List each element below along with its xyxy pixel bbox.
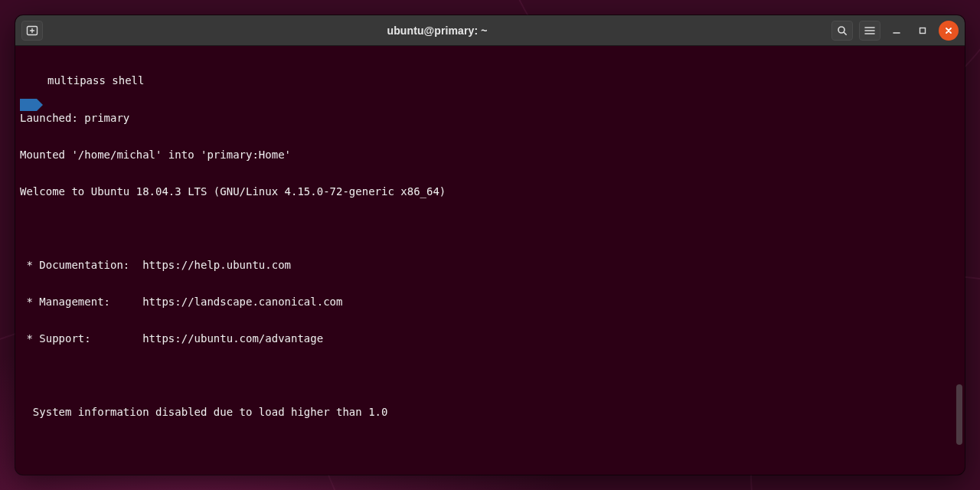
prompt-arrow-icon	[20, 74, 43, 87]
output-line: * Support: https://ubuntu.com/advantage	[20, 332, 960, 345]
shell-command: multipass shell	[47, 74, 144, 87]
output-line: * Documentation: https://help.ubuntu.com	[20, 259, 960, 271]
output-line	[20, 369, 960, 381]
terminal-window: ubuntu@primary: ~	[15, 15, 965, 475]
minimize-button[interactable]	[887, 21, 906, 41]
terminal-body[interactable]: multipass shell Launched: primary Mounte…	[15, 46, 965, 475]
scrollbar-thumb[interactable]	[956, 384, 962, 444]
new-tab-icon	[26, 25, 38, 36]
output-line: Launched: primary	[20, 112, 960, 124]
hamburger-icon	[864, 26, 875, 35]
search-button[interactable]	[831, 21, 853, 41]
search-icon	[837, 25, 848, 36]
svg-rect-2	[920, 28, 926, 33]
maximize-icon	[918, 26, 927, 35]
shell-prompt-row: multipass shell	[20, 74, 960, 87]
close-icon	[944, 26, 953, 35]
new-tab-button[interactable]	[21, 21, 43, 41]
output-line	[20, 222, 960, 234]
titlebar: ubuntu@primary: ~	[15, 15, 965, 46]
maximize-button[interactable]	[913, 21, 933, 41]
output-line	[20, 443, 960, 455]
menu-button[interactable]	[859, 21, 880, 41]
output-line: * Management: https://landscape.canonica…	[20, 296, 960, 308]
window-title: ubuntu@primary: ~	[47, 24, 827, 37]
output-line: Mounted '/home/michal' into 'primary:Hom…	[20, 149, 960, 161]
output-line: System information disabled due to load …	[20, 406, 960, 418]
output-line: Welcome to Ubuntu 18.04.3 LTS (GNU/Linux…	[20, 185, 960, 198]
close-button[interactable]	[939, 21, 959, 41]
minimize-icon	[892, 26, 901, 35]
